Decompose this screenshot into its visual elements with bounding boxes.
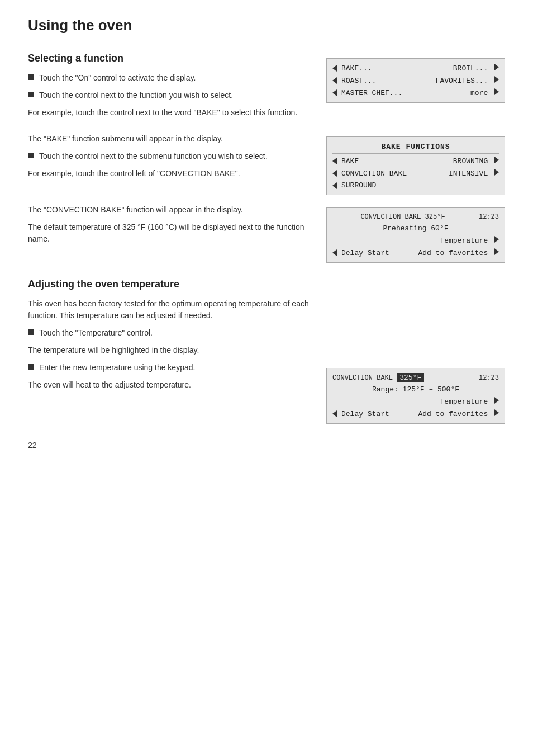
text-block: The oven will heat to the adjusted tempe… xyxy=(28,379,310,391)
bullet-item: Touch the "On" control to activate the d… xyxy=(28,72,310,84)
text-block: The temperature will be highlighted in t… xyxy=(28,344,310,356)
temp-highlight: 325°F xyxy=(397,373,424,382)
lcd-cell: CONVECTION BAKE 325°F xyxy=(332,213,473,221)
lcd-row: MASTER CHEF... more xyxy=(332,87,499,99)
tri-right-icon xyxy=(494,236,499,243)
bullet-text: Enter the new temperature using the keyp… xyxy=(39,362,195,374)
display3-container: CONVECTION BAKE 325°F 12:23 Preheating 6… xyxy=(326,204,505,263)
lcd-row: ROAST... FAVORITES... xyxy=(332,74,499,87)
tri-left-icon xyxy=(332,410,337,417)
text-block: The default temperature of 325 °F (160 °… xyxy=(28,221,310,245)
lcd-cell: Temperature xyxy=(440,236,499,245)
lcd-row: Delay Start Add to favorites xyxy=(332,247,499,259)
bullet-icon xyxy=(28,92,34,97)
lcd-header: BAKE FUNCTIONS xyxy=(332,140,499,154)
bullet-icon xyxy=(28,329,34,335)
lcd-row: Temperature xyxy=(332,395,499,408)
display2-container: BAKE FUNCTIONS BAKE BROWNING CONVECTION … xyxy=(326,133,505,195)
tri-left-icon xyxy=(332,249,337,256)
display4-container: CONVECTION BAKE 325°F 12:23 Range: 125°F… xyxy=(326,278,505,424)
tri-left-icon xyxy=(332,77,337,84)
bullet-item: Touch the control next to the submenu fu… xyxy=(28,150,310,162)
lcd-cell: Delay Start xyxy=(341,410,389,418)
lcd-cell: Preheating 60°F xyxy=(383,224,448,233)
lcd-row: Preheating 60°F xyxy=(332,223,499,234)
section-selecting-function: Selecting a function Touch the "On" cont… xyxy=(28,53,505,263)
lcd-cell: 12:23 xyxy=(479,374,499,382)
lcd-display-2: BAKE FUNCTIONS BAKE BROWNING CONVECTION … xyxy=(326,136,505,195)
tri-right-icon xyxy=(494,157,499,163)
lcd-cell: Add to favorites xyxy=(418,248,499,257)
lcd-cell: SURROUND xyxy=(341,181,376,190)
page-number: 22 xyxy=(28,441,505,450)
lcd-cell: CONVECTION BAKE xyxy=(341,169,407,178)
lcd-cell: CONVECTION BAKE 325°F xyxy=(332,374,424,382)
lcd-cell: BAKE xyxy=(341,157,359,166)
tri-right-icon xyxy=(494,76,499,83)
bullet-text-2: Touch the control next to the function y… xyxy=(39,89,233,101)
section1-left: Selecting a function Touch the "On" cont… xyxy=(28,53,310,124)
tri-right-icon xyxy=(494,64,499,70)
display1-container: BAKE... BROIL... ROAST... FAVORITES... xyxy=(326,53,505,124)
text-block: For example, touch the control next to t… xyxy=(28,107,310,119)
bullet-icon xyxy=(28,364,34,370)
bullet-item: Touch the "Temperature" control. xyxy=(28,327,310,339)
tri-right-icon xyxy=(494,397,499,404)
lcd-cell: more xyxy=(470,88,499,97)
lcd-cell: BROWNING xyxy=(453,157,499,166)
lcd-display-3: CONVECTION BAKE 325°F 12:23 Preheating 6… xyxy=(326,207,505,263)
lcd-row: BAKE... BROIL... xyxy=(332,62,499,74)
bullet-item: Touch the control next to the function y… xyxy=(28,89,310,101)
lcd-row: SURROUND xyxy=(332,179,499,191)
bullet-text: Touch the "Temperature" control. xyxy=(39,327,153,339)
lcd-display-1: BAKE... BROIL... ROAST... FAVORITES... xyxy=(326,58,505,103)
lcd-row: Range: 125°F – 500°F xyxy=(332,384,499,395)
tri-right-icon xyxy=(494,169,499,176)
text-block: The "CONVECTION BAKE" function will appe… xyxy=(28,204,310,216)
lcd-display-4: CONVECTION BAKE 325°F 12:23 Range: 125°F… xyxy=(326,368,505,424)
lcd-row: CONVECTION BAKE INTENSIVE xyxy=(332,167,499,179)
text-block: The "BAKE" function submenu will appear … xyxy=(28,133,310,145)
tri-left-icon xyxy=(332,65,337,72)
tri-left-icon xyxy=(332,182,337,189)
tri-left-icon xyxy=(332,170,337,177)
text-block: This oven has been factory tested for th… xyxy=(28,298,310,322)
lcd-row: CONVECTION BAKE 325°F 12:23 xyxy=(332,372,499,384)
lcd-cell: Delay Start xyxy=(341,249,389,257)
section-adjusting-temperature: Adjusting the oven temperature This oven… xyxy=(28,278,505,424)
section1-left-3: The "CONVECTION BAKE" function will appe… xyxy=(28,204,310,263)
section2-left: Adjusting the oven temperature This oven… xyxy=(28,278,310,424)
page-title: Using the oven xyxy=(28,17,505,39)
bullet-text-3: Touch the control next to the submenu fu… xyxy=(39,150,268,162)
lcd-cell: 12:23 xyxy=(479,213,499,221)
lcd-cell: BROIL... xyxy=(453,64,499,73)
section2-title: Adjusting the oven temperature xyxy=(28,278,310,290)
lcd-cell: ROAST... xyxy=(341,77,376,85)
lcd-row: Delay Start Add to favorites xyxy=(332,408,499,420)
tri-left-icon xyxy=(332,89,337,96)
lcd-cell: MASTER CHEF... xyxy=(341,89,402,97)
lcd-cell: BAKE... xyxy=(341,64,372,73)
text-block: For example, touch the control left of "… xyxy=(28,168,310,179)
lcd-cell: Range: 125°F – 500°F xyxy=(372,385,459,394)
bullet-text-1: Touch the "On" control to activate the d… xyxy=(39,72,196,84)
tri-left-icon xyxy=(332,158,337,164)
lcd-row: CONVECTION BAKE 325°F 12:23 xyxy=(332,211,499,223)
bullet-item: Enter the new temperature using the keyp… xyxy=(28,362,310,374)
section1-left-2: The "BAKE" function submenu will appear … xyxy=(28,133,310,195)
lcd-cell: Add to favorites xyxy=(418,409,499,418)
tri-right-icon xyxy=(494,248,499,255)
tri-right-icon xyxy=(494,409,499,416)
lcd-row: Temperature xyxy=(332,234,499,247)
tri-right-icon xyxy=(494,88,499,95)
section1-title: Selecting a function xyxy=(28,53,310,64)
lcd-cell: INTENSIVE xyxy=(449,169,499,178)
lcd-cell: Temperature xyxy=(440,397,499,406)
lcd-cell: FAVORITES... xyxy=(436,76,499,85)
lcd-row: BAKE BROWNING xyxy=(332,155,499,167)
bullet-icon xyxy=(28,153,34,158)
bullet-icon xyxy=(28,74,34,80)
